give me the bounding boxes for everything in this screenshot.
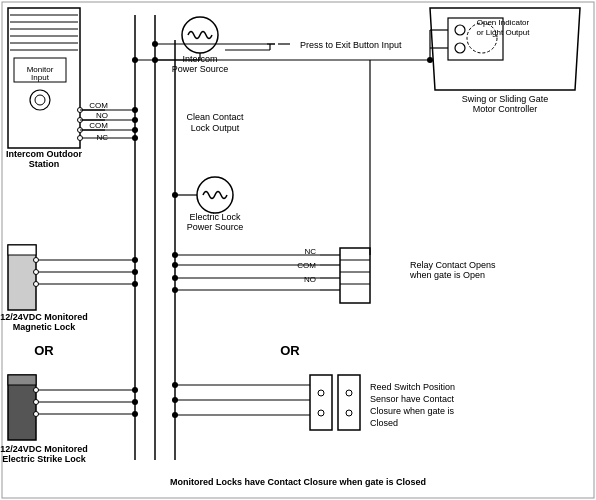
svg-text:Closure when gate is: Closure when gate is: [370, 406, 455, 416]
svg-rect-90: [340, 248, 370, 303]
svg-point-85: [132, 387, 138, 393]
svg-text:Electric Lock: Electric Lock: [189, 212, 241, 222]
svg-point-122: [172, 397, 178, 403]
svg-point-79: [34, 388, 39, 393]
svg-point-44: [132, 135, 138, 141]
svg-text:Lock Output: Lock Output: [191, 123, 240, 133]
svg-point-64: [34, 282, 39, 287]
svg-point-68: [132, 257, 138, 263]
svg-point-69: [132, 269, 138, 275]
svg-point-63: [34, 270, 39, 275]
svg-point-80: [34, 400, 39, 405]
svg-point-87: [132, 411, 138, 417]
svg-point-81: [34, 412, 39, 417]
svg-point-41: [132, 107, 138, 113]
svg-point-114: [318, 390, 324, 396]
svg-point-116: [346, 390, 352, 396]
svg-text:Swing or Sliding Gate: Swing or Sliding Gate: [462, 94, 549, 104]
svg-point-130: [455, 43, 465, 53]
svg-text:when gate is Open: when gate is Open: [409, 270, 485, 280]
svg-text:NO: NO: [96, 111, 108, 120]
svg-text:Sensor have Contact: Sensor have Contact: [370, 394, 455, 404]
svg-text:12/24VDC Monitored: 12/24VDC Monitored: [0, 444, 88, 454]
svg-rect-75: [8, 375, 36, 385]
svg-text:Press to Exit Button Input: Press to Exit Button Input: [300, 40, 402, 50]
svg-text:Intercom Outdoor: Intercom Outdoor: [6, 149, 82, 159]
svg-point-117: [346, 410, 352, 416]
svg-point-49: [152, 41, 158, 47]
svg-text:Input: Input: [31, 73, 50, 82]
svg-point-70: [132, 281, 138, 287]
svg-text:Open Indicator: Open Indicator: [477, 18, 530, 27]
svg-text:Magnetic Lock: Magnetic Lock: [13, 322, 77, 332]
svg-text:OR: OR: [280, 343, 300, 358]
svg-point-42: [132, 117, 138, 123]
svg-point-56: [172, 192, 178, 198]
svg-text:Clean Contact: Clean Contact: [186, 112, 244, 122]
svg-text:COM: COM: [89, 101, 108, 110]
svg-text:Power Source: Power Source: [187, 222, 244, 232]
svg-point-121: [172, 382, 178, 388]
svg-point-40: [78, 136, 83, 141]
svg-text:Reed Switch Position: Reed Switch Position: [370, 382, 455, 392]
svg-point-123: [172, 412, 178, 418]
svg-point-43: [132, 127, 138, 133]
svg-point-105: [172, 252, 178, 258]
svg-text:or Light Output: or Light Output: [477, 28, 531, 37]
svg-text:12/24VDC Monitored: 12/24VDC Monitored: [0, 312, 88, 322]
svg-point-115: [318, 410, 324, 416]
svg-point-108: [172, 287, 178, 293]
svg-text:Closed: Closed: [370, 418, 398, 428]
svg-text:NO: NO: [304, 275, 316, 284]
svg-rect-112: [310, 375, 332, 430]
wiring-diagram: Monitor Input Intercom Outdoor Station I…: [0, 0, 596, 500]
svg-rect-113: [338, 375, 360, 430]
svg-text:Station: Station: [29, 159, 60, 169]
svg-point-107: [172, 275, 178, 281]
svg-point-47: [132, 57, 138, 63]
svg-rect-58: [8, 245, 36, 255]
svg-text:Power Source: Power Source: [172, 64, 229, 74]
svg-text:Motor Controller: Motor Controller: [473, 104, 538, 114]
svg-text:Relay Contact Opens: Relay Contact Opens: [410, 260, 496, 270]
svg-point-106: [172, 262, 178, 268]
svg-point-129: [455, 25, 465, 35]
svg-text:OR: OR: [34, 343, 54, 358]
svg-point-12: [35, 95, 45, 105]
svg-point-62: [34, 258, 39, 263]
svg-text:Electric Strike Lock: Electric Strike Lock: [2, 454, 87, 464]
svg-point-86: [132, 399, 138, 405]
svg-text:Monitored Locks have Contact C: Monitored Locks have Contact Closure whe…: [170, 477, 426, 487]
svg-point-139: [152, 57, 158, 63]
svg-text:COM: COM: [89, 121, 108, 130]
